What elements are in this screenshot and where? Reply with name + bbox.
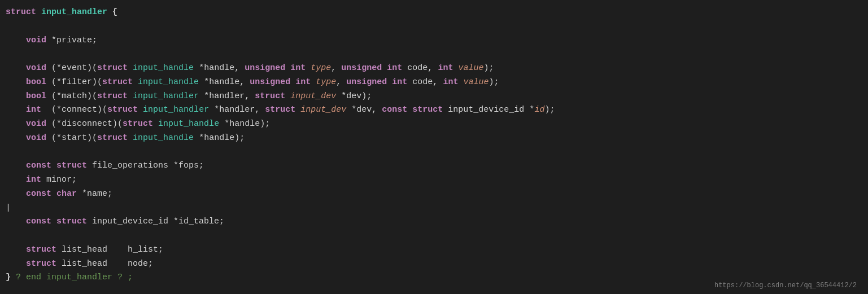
code-editor: struct input_handler { void *private; vo… xyxy=(0,0,868,294)
code-block: struct input_handler { void *private; vo… xyxy=(6,6,857,285)
url-label: https://blog.csdn.net/qq_36544412/2 xyxy=(714,280,857,291)
